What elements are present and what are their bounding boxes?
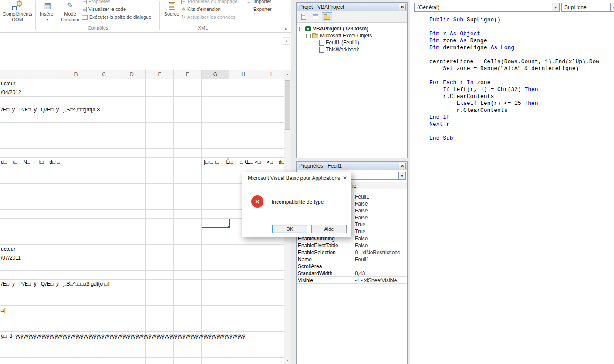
tree-expander-spacer — [313, 47, 318, 52]
column-header-C[interactable]: C — [90, 70, 118, 79]
dialog-titlebar[interactable]: Microsoft Visual Basic pour Applications… — [242, 172, 351, 184]
procedure-dropdown-value: SupLigne — [564, 4, 587, 10]
project-panel-titlebar[interactable]: Projet - VBAProject ✕ — [297, 3, 407, 11]
procedure-dropdown[interactable]: SupLigne ▼ — [561, 3, 614, 12]
pane-scroll-up-icon[interactable]: ▴ — [283, 37, 290, 45]
export-label: Exporter — [253, 7, 272, 12]
view-object-icon — [313, 14, 318, 19]
cell-text: Æ□ ÿ PÆ□ ÿ QÆ□ ÿ ]„S□^„□□gdt{ó 8 — [1, 107, 100, 113]
com-addins-label-2: COM — [1, 17, 34, 23]
gridline — [90, 79, 90, 364]
property-value[interactable]: True — [353, 222, 407, 228]
cell-text: ÿ□ 3 ÿÿÿÿÿÿÿÿÿÿÿÿÿÿÿÿÿÿÿÿÿÿÿÿÿÿÿÿÿÿÿÿÿÿÿ… — [1, 333, 245, 339]
chevron-down-icon[interactable]: ▼ — [398, 172, 405, 179]
code-line — [429, 128, 613, 135]
column-header-E[interactable]: E — [146, 70, 174, 79]
help-button[interactable]: Aide — [311, 225, 347, 233]
code-line: If Left(r, 1) = Chr(32) Then — [429, 86, 613, 93]
code-line — [429, 72, 613, 79]
property-row[interactable]: EnableSelection0 - xlNoRestrictions — [297, 249, 407, 256]
run-dialog-button[interactable]: Exécuter la boîte de dialogue — [82, 13, 152, 20]
property-value[interactable]: False — [353, 243, 407, 249]
import-icon: → — [246, 0, 252, 4]
code-line: End Sub — [429, 135, 613, 142]
code-line — [429, 51, 613, 58]
close-icon[interactable]: ✕ — [399, 163, 406, 169]
import-button[interactable]: → Importer — [246, 0, 271, 5]
tree-item-label: VBAProject (123.xlsm) — [313, 26, 368, 32]
insert-controls-icon: ▦ — [44, 2, 51, 10]
cell-text: □] — [1, 307, 6, 313]
tree-expander-icon[interactable]: − — [299, 27, 304, 31]
property-row[interactable]: EnablePivotTableFalse — [297, 242, 407, 249]
selected-cell[interactable] — [202, 219, 230, 228]
close-icon[interactable]: ✕ — [399, 4, 406, 10]
map-properties-button[interactable]: Propriétés du mappage — [181, 0, 237, 5]
run-dialog-icon — [82, 15, 88, 20]
tree-item[interactable]: Feuil1 (Feuil1) — [297, 39, 407, 46]
property-row[interactable]: Visible-1 - xlSheetVisible — [297, 277, 407, 284]
close-icon[interactable]: ✕ — [343, 175, 347, 181]
insert-dropdown-icon[interactable]: ▼ — [37, 17, 57, 23]
column-header-H[interactable]: H — [229, 70, 257, 79]
column-header-B[interactable]: B — [62, 70, 90, 79]
property-value[interactable]: Feuil1 — [353, 194, 407, 200]
property-row[interactable]: ScrollArea — [297, 263, 407, 270]
insert-label: Insérer — [37, 11, 57, 17]
chevron-down-icon[interactable]: ▼ — [610, 3, 614, 11]
map-properties-label: Propriétés du mappage — [188, 0, 237, 4]
ribbon-collapse-icon[interactable]: ▴ — [282, 25, 289, 31]
tree-item-label: ThisWorkbook — [326, 47, 359, 53]
property-row[interactable]: NameFeuil1 — [297, 256, 407, 263]
properties-panel-titlebar[interactable]: Propriétés - Feuil1 ✕ — [297, 162, 407, 170]
property-value[interactable]: 0 - xlNoRestrictions — [353, 249, 407, 256]
property-row[interactable]: StandardWidth8,43 — [297, 270, 407, 277]
object-dropdown[interactable]: (Général) ▼ — [414, 3, 560, 12]
expansion-packs-button[interactable]: ❖ Kits d'extension — [181, 6, 221, 13]
property-value[interactable]: False — [353, 215, 407, 221]
scroll-thumb[interactable] — [285, 80, 290, 130]
column-header-F[interactable]: F — [174, 70, 202, 79]
scroll-down-icon[interactable]: ▾ — [284, 357, 291, 364]
ok-button[interactable]: OK — [272, 225, 307, 233]
column-header-D[interactable]: D — [118, 70, 146, 79]
chevron-down-icon[interactable]: ▼ — [552, 3, 559, 11]
refresh-data-button[interactable]: ↻ Actualiser les données — [181, 13, 236, 20]
property-value[interactable]: True — [353, 229, 407, 235]
xml-group-label: XML — [162, 25, 244, 30]
import-label: Importer — [253, 0, 271, 4]
toggle-folders-toolbar-button[interactable] — [322, 12, 332, 21]
properties-label: Propriétés — [88, 0, 110, 4]
xml-source-label: Source — [162, 11, 181, 17]
property-value[interactable]: Feuil1 — [353, 256, 407, 263]
gridline — [118, 79, 118, 364]
view-code-toolbar-button[interactable] — [298, 12, 309, 21]
property-value[interactable]: False — [353, 208, 407, 214]
property-value[interactable]: False — [353, 201, 407, 207]
property-value[interactable]: False — [353, 236, 407, 242]
refresh-data-icon: ↻ — [181, 14, 186, 20]
view-object-toolbar-button[interactable] — [310, 12, 320, 21]
scroll-up-icon[interactable]: ▴ — [284, 71, 291, 78]
column-header-G[interactable]: G — [202, 70, 229, 79]
view-code-button[interactable]: Visualiser le code — [82, 6, 126, 13]
properties-button[interactable]: Propriétés — [82, 0, 110, 5]
property-value[interactable]: -1 - xlSheetVisible — [353, 277, 407, 283]
project-tree: −XVBAProject (123.xlsm)−Microsoft Excel … — [297, 23, 407, 53]
gridline — [173, 79, 174, 364]
error-dialog: Microsoft Visual Basic pour Applications… — [242, 172, 351, 237]
column-header-partial[interactable] — [0, 70, 62, 79]
property-value[interactable]: 8,43 — [353, 270, 407, 276]
property-name: EnablePivotTable — [297, 242, 353, 249]
tree-item[interactable]: −XVBAProject (123.xlsm) — [297, 25, 407, 32]
code-area[interactable]: Public Sub SupLigne()Dim r As ObjectDim … — [429, 17, 613, 364]
tree-expander-icon[interactable]: − — [306, 34, 311, 38]
cell-text: ucteur — [1, 81, 15, 87]
tree-item[interactable]: −Microsoft Excel Objets — [297, 32, 407, 39]
com-addins-button[interactable]: ⚙ Compléments COM — [1, 0, 34, 31]
column-header-I[interactable]: I — [257, 70, 285, 79]
tree-item[interactable]: ThisWorkbook — [297, 46, 407, 53]
cell-text: /04/2012 — [1, 89, 21, 95]
tree-item-label: Feuil1 (Feuil1) — [326, 40, 359, 46]
export-button[interactable]: → Exporter — [246, 6, 272, 13]
